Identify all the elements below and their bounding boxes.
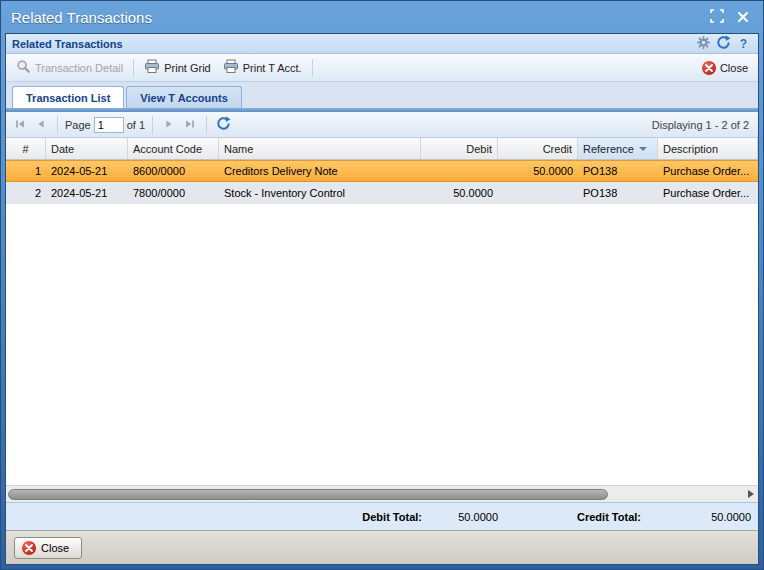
pager-separator	[152, 116, 153, 134]
cell-reference: PO138	[578, 161, 658, 181]
grid-row-1[interactable]: 1 2024-05-21 8600/0000 Creditors Deliver…	[6, 160, 758, 182]
page-input[interactable]	[94, 117, 124, 133]
column-header-debit[interactable]: Debit	[421, 138, 498, 159]
refresh-icon	[716, 35, 731, 53]
column-label: Debit	[466, 143, 492, 155]
column-header-date[interactable]: Date	[46, 138, 128, 159]
tab-label: View T Accounts	[140, 92, 227, 104]
print-grid-label: Print Grid	[164, 62, 210, 74]
prev-page-icon	[34, 117, 48, 133]
cell-description: Purchase Order...	[658, 182, 758, 204]
column-header-num[interactable]: #	[6, 138, 46, 159]
column-label: Name	[224, 143, 253, 155]
window-body: Related Transactions	[5, 33, 759, 565]
print-t-acct-button[interactable]: Print T Acct.	[217, 56, 308, 79]
column-header-reference[interactable]: Reference	[578, 138, 658, 159]
window-titlebar: Related Transactions	[5, 1, 759, 33]
print-grid-button[interactable]: Print Grid	[138, 56, 216, 79]
cell-name: Creditors Delivery Note	[219, 161, 421, 181]
grid-body: 1 2024-05-21 8600/0000 Creditors Deliver…	[6, 160, 758, 485]
close-button-label: Close	[41, 542, 69, 554]
cell-reference: PO138	[578, 182, 658, 204]
cell-debit: 50.0000	[421, 182, 498, 204]
prev-page-button[interactable]	[32, 116, 50, 134]
maximize-icon	[710, 9, 724, 26]
cell-credit	[498, 182, 578, 204]
cell-date: 2024-05-21	[46, 182, 128, 204]
printer-icon	[223, 59, 239, 76]
panel-header: Related Transactions	[6, 34, 758, 54]
refresh-tool-button[interactable]	[715, 35, 732, 52]
scroll-right-button[interactable]	[748, 490, 754, 498]
page-label: Page	[65, 119, 91, 131]
column-header-description[interactable]: Description	[658, 138, 758, 159]
close-circle-icon	[22, 541, 36, 555]
transaction-detail-button[interactable]: Transaction Detail	[10, 56, 129, 79]
first-page-button[interactable]	[11, 116, 29, 134]
maximize-button[interactable]	[707, 7, 727, 27]
cell-debit	[421, 161, 498, 181]
magnifier-icon	[16, 59, 31, 76]
bottom-button-bar: Close	[6, 530, 758, 564]
printer-icon	[144, 59, 160, 76]
page-of-label: of 1	[127, 119, 145, 131]
help-button[interactable]: ?	[735, 35, 752, 52]
pager-refresh-button[interactable]	[214, 116, 232, 134]
column-label: Account Code	[133, 143, 202, 155]
cell-row-number: 1	[6, 161, 46, 181]
print-t-acct-label: Print T Acct.	[243, 62, 302, 74]
grid-row-2[interactable]: 2 2024-05-21 7800/0000 Stock - Inventory…	[6, 182, 758, 204]
column-header-account-code[interactable]: Account Code	[128, 138, 219, 159]
column-label: Reference	[583, 143, 634, 155]
tab-label: Transaction List	[26, 92, 110, 104]
toolbar-close-button[interactable]: Close	[696, 58, 754, 78]
toolbar-separator	[133, 59, 134, 77]
close-icon	[737, 9, 749, 26]
close-button[interactable]: Close	[14, 537, 82, 559]
column-label: Description	[663, 143, 718, 155]
panel-title: Related Transactions	[12, 38, 692, 50]
close-circle-icon	[702, 61, 716, 75]
help-icon: ?	[740, 37, 747, 51]
cell-name: Stock - Inventory Control	[219, 182, 421, 204]
cell-description: Purchase Order...	[658, 161, 758, 181]
cell-account-code: 7800/0000	[128, 182, 219, 204]
cell-credit: 50.0000	[498, 161, 578, 181]
column-header-credit[interactable]: Credit	[498, 138, 578, 159]
tab-transaction-list[interactable]: Transaction List	[12, 86, 124, 108]
last-page-button[interactable]	[181, 116, 199, 134]
sort-desc-icon	[639, 147, 647, 151]
credit-total-value: 50.0000	[651, 503, 751, 530]
window-close-button[interactable]	[733, 7, 753, 27]
debit-total-value: 50.0000	[426, 503, 498, 530]
next-page-button[interactable]	[160, 116, 178, 134]
related-transactions-window: Related Transactions Related Transaction…	[0, 0, 764, 570]
transactions-grid: # Date Account Code Name Debit Credit	[6, 138, 758, 502]
column-label: #	[22, 143, 28, 155]
cell-account-code: 8600/0000	[128, 161, 219, 181]
pager-separator	[206, 116, 207, 134]
next-page-icon	[162, 117, 176, 133]
scrollbar-thumb[interactable]	[8, 489, 608, 500]
pager-separator	[57, 116, 58, 134]
cell-row-number: 2	[6, 182, 46, 204]
toolbar-close-label: Close	[720, 62, 748, 74]
credit-total-label: Credit Total:	[551, 503, 641, 530]
totals-bar: Debit Total: 50.0000 Credit Total: 50.00…	[6, 502, 758, 530]
last-page-icon	[183, 117, 197, 133]
tab-view-t-accounts[interactable]: View T Accounts	[126, 86, 241, 108]
tab-bar: Transaction List View T Accounts	[6, 82, 758, 108]
cell-date: 2024-05-21	[46, 161, 128, 181]
gear-icon	[696, 35, 711, 53]
paging-toolbar: Page of 1	[6, 112, 758, 138]
column-label: Date	[51, 143, 74, 155]
horizontal-scrollbar[interactable]	[6, 485, 758, 502]
debit-total-label: Debit Total:	[336, 503, 422, 530]
displaying-status: Displaying 1 - 2 of 2	[652, 119, 753, 131]
refresh-icon	[216, 116, 231, 133]
toolbar: Transaction Detail Print Grid	[6, 54, 758, 82]
grid-header: # Date Account Code Name Debit Credit	[6, 138, 758, 160]
column-label: Credit	[543, 143, 572, 155]
column-header-name[interactable]: Name	[219, 138, 421, 159]
settings-tool-button[interactable]	[695, 35, 712, 52]
